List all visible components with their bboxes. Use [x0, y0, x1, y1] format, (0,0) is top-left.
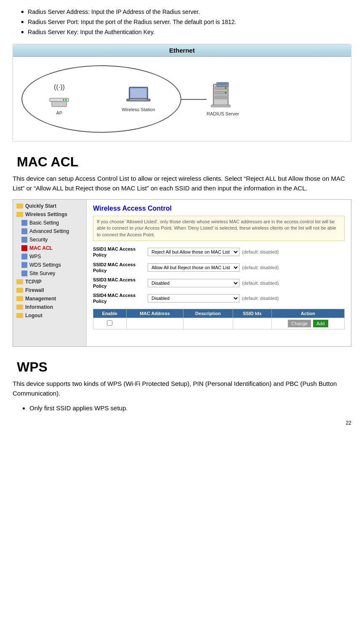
policy-row-ssid2: SSID2 MAC Access Policy Reject All but A… [93, 262, 345, 274]
page-icon [21, 245, 27, 251]
ssid2-policy-select[interactable]: Reject All but Allow those on MAC List A… [148, 263, 239, 272]
mac-acl-heading: MAC ACL [13, 154, 351, 170]
mac-acl-description: This device can setup Access Control Lis… [13, 174, 351, 193]
sidebar-label-tcp-ip: TCP/IP [25, 279, 42, 285]
sidebar-item-tcp-ip[interactable]: TCP/IP [13, 278, 86, 286]
wps-bullet-list: Only first SSID applies WPS setup. [13, 404, 351, 412]
sidebar-item-firewall[interactable]: Firewall [13, 286, 86, 294]
page-icon [21, 228, 27, 234]
svg-rect-6 [130, 88, 146, 98]
policy-label-ssid2: SSID2 MAC Access Policy [93, 262, 148, 274]
policy-label-ssid4: SSID4 MAC Access Policy [93, 292, 148, 305]
radius-server-icon [209, 82, 236, 110]
ap-section: ((·)) AP [48, 83, 71, 115]
policy-row-ssid3: SSID3 MAC Access Policy Reject All but A… [93, 277, 345, 289]
sidebar-item-management[interactable]: Management [13, 294, 86, 303]
ethernet-label: Ethernet [13, 44, 351, 57]
wireless-station-section: Wireless Station [122, 86, 155, 112]
policy-label-ssid3: SSID3 MAC Access Policy [93, 277, 148, 289]
cell-ssid-idx [233, 318, 271, 329]
sidebar-item-wds-settings[interactable]: WDS Settings [13, 261, 86, 269]
sidebar-label-quickly-start: Quickly Start [25, 203, 56, 209]
col-action: Action [271, 309, 344, 318]
cell-mac [126, 318, 183, 329]
policy-row-ssid1: SSID1 MAC Access Policy Reject All but A… [93, 246, 345, 258]
panel-info: If you choose 'Allowed Listed', only tho… [93, 216, 345, 241]
page-icon [21, 270, 27, 276]
sidebar-label-basic-setting: Basic Setting [29, 220, 59, 226]
sidebar-item-basic-setting[interactable]: Basic Setting [13, 219, 86, 227]
sidebar-item-wps[interactable]: WPS [13, 252, 86, 261]
wireless-station-icon [126, 86, 151, 105]
sidebar-label-security: Security [29, 237, 48, 243]
folder-icon [16, 313, 23, 318]
change-button[interactable]: Change [288, 320, 311, 327]
sidebar-item-wireless-settings[interactable]: Wireless Settings [13, 210, 86, 219]
page-icon [21, 237, 27, 243]
sidebar-label-wireless-settings: Wireless Settings [25, 211, 67, 217]
sidebar-item-quickly-start[interactable]: Quickly Start [13, 202, 86, 210]
sidebar-item-security[interactable]: Security [13, 235, 86, 244]
ui-screenshot: Quickly Start Wireless Settings Basic Se… [13, 199, 351, 347]
svg-point-13 [225, 87, 226, 89]
radius-server-section: RADIUS Server [207, 82, 239, 116]
col-mac: MAC Address [126, 309, 183, 318]
ssid4-policy-select[interactable]: Reject All but Allow those on MAC List A… [148, 294, 239, 302]
table-row: Change Add [93, 318, 345, 329]
ap-icon [48, 92, 71, 109]
sidebar-label-logout: Logout [25, 313, 43, 318]
sidebar-item-advanced-setting[interactable]: Advanced Setting [13, 227, 86, 235]
sidebar-label-information: Information [25, 304, 53, 310]
policy-default-ssid3: (default: disabled) [242, 281, 279, 286]
panel-title: Wireless Access Control [93, 205, 345, 212]
page-icon [21, 262, 27, 268]
sidebar-label-advanced-setting: Advanced Setting [29, 228, 69, 234]
wps-description: This device supports two kinds of WPS (W… [13, 379, 351, 398]
intro-item-2: Radius Server Port: Input the port of th… [13, 19, 351, 25]
ssid1-policy-select[interactable]: Reject All but Allow those on MAC List A… [148, 248, 239, 256]
sidebar-item-mac-acl[interactable]: MAC ACL [13, 244, 86, 252]
col-description: Description [183, 309, 233, 318]
folder-icon [16, 279, 23, 284]
cell-enable [93, 318, 127, 329]
acl-table: Enable MAC Address Description SSID Idx … [93, 309, 345, 329]
ssid3-policy-select[interactable]: Reject All but Allow those on MAC List A… [148, 279, 239, 287]
intro-item-3: Radius Server Key: Input the Authenticat… [13, 29, 351, 35]
enable-checkbox[interactable] [107, 320, 112, 326]
svg-point-3 [63, 99, 64, 101]
sidebar-label-firewall: Firewall [25, 287, 44, 293]
cell-action: Change Add [271, 318, 344, 329]
wps-heading: WPS [13, 359, 351, 375]
network-oval: ((·)) AP [21, 65, 181, 133]
folder-icon [16, 305, 23, 310]
add-button[interactable]: Add [313, 320, 328, 327]
sidebar-label-mac-acl: MAC ACL [29, 245, 53, 251]
sidebar-label-wps: WPS [29, 254, 41, 259]
page-icon [21, 220, 27, 226]
sidebar-item-information[interactable]: Information [13, 303, 86, 311]
sidebar-item-logout[interactable]: Logout [13, 311, 86, 320]
intro-item-1: Radius Server Address: Input the IP Addr… [13, 8, 351, 15]
page-icon [21, 254, 27, 259]
policy-label-ssid1: SSID1 MAC Access Policy [93, 246, 148, 258]
line-connector [181, 99, 207, 100]
mac-acl-section: MAC ACL This device can setup Access Con… [13, 154, 351, 347]
policy-default-ssid1: (default: disabled) [242, 249, 279, 254]
intro-list: Radius Server Address: Input the IP Addr… [13, 8, 351, 35]
policy-default-ssid4: (default: disabled) [242, 296, 279, 301]
sidebar-label-wds-settings: WDS Settings [29, 262, 61, 268]
wps-bullet-item-1: Only first SSID applies WPS setup. [29, 404, 351, 412]
svg-rect-12 [215, 96, 227, 99]
page-number: 22 [13, 420, 351, 426]
svg-text:((·)): ((·)) [54, 83, 65, 91]
wps-section: WPS This device supports two kinds of WP… [13, 359, 351, 412]
svg-point-14 [225, 92, 226, 94]
cell-description [183, 318, 233, 329]
folder-icon [16, 288, 23, 293]
ethernet-diagram: Ethernet ((·)) AP [13, 44, 351, 142]
sidebar-item-site-survey[interactable]: Site Survey [13, 269, 86, 278]
svg-rect-17 [211, 105, 230, 107]
col-enable: Enable [93, 309, 127, 318]
folder-icon [16, 296, 23, 301]
wireless-station-label: Wireless Station [122, 107, 155, 112]
